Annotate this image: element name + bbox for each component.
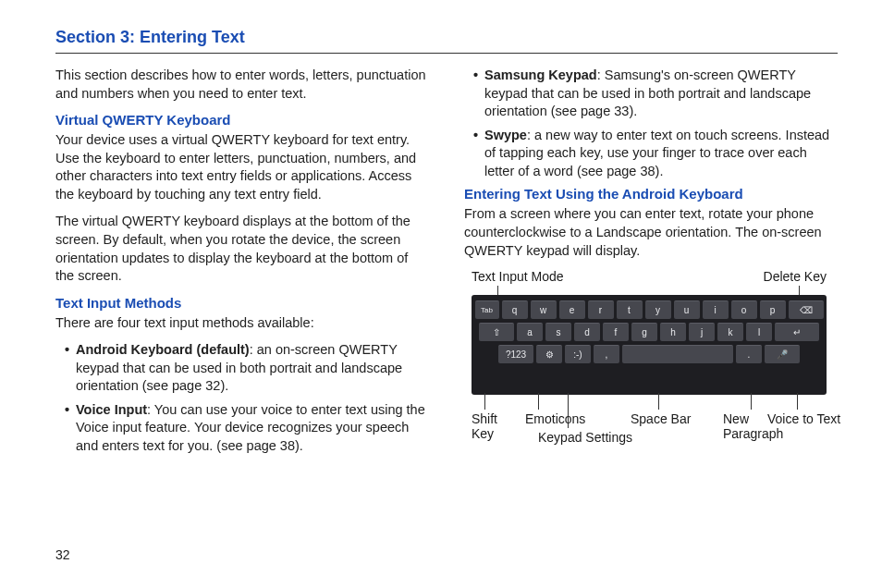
label-keypad-settings: Keypad Settings — [538, 430, 632, 445]
callout-line — [538, 393, 539, 410]
key-k: k — [717, 323, 743, 341]
key-r: r — [588, 300, 614, 319]
key-backspace: ⌫ — [789, 300, 824, 319]
intro-text: This section describes how to enter word… — [55, 67, 429, 103]
key-i: i — [703, 300, 729, 319]
keyboard-diagram: Text Input Mode Delete Key Tab q w e r t… — [464, 269, 834, 454]
bullet-text: : a new way to enter text on touch scree… — [484, 128, 829, 178]
key-settings: ⚙ — [536, 345, 562, 363]
key-period: . — [736, 345, 762, 363]
callout-line — [484, 393, 485, 410]
key-g: g — [631, 323, 657, 341]
callout-line — [658, 393, 659, 410]
heading-android-keyboard: Entering Text Using the Android Keyboard — [464, 186, 838, 202]
key-j: j — [689, 323, 715, 341]
paragraph: From a screen where you can enter text, … — [464, 205, 838, 260]
key-space — [622, 345, 733, 363]
bullet-label: Voice Input — [76, 402, 147, 417]
title-divider — [55, 53, 838, 54]
keyboard-row: Tab q w e r t y u i o p ⌫ — [477, 300, 821, 319]
bullet-label: Swype — [484, 128, 527, 142]
key-enter: ↵ — [775, 323, 819, 341]
key-q: q — [502, 300, 528, 319]
keyboard-image: Tab q w e r t y u i o p ⌫ ⇧ a s — [472, 295, 827, 395]
content-columns: This section describes how to enter word… — [55, 67, 838, 461]
label-shift-key-2: Key — [472, 426, 494, 441]
callout-line — [751, 393, 752, 410]
bullet-samsung-keypad: Samsung Keypad: Samsung's on-screen QWER… — [464, 67, 838, 121]
label-space-bar: Space Bar — [631, 411, 691, 426]
key-tab: Tab — [475, 300, 499, 319]
label-emoticons: Emoticons — [525, 411, 585, 426]
key-shift: ⇧ — [479, 323, 514, 341]
paragraph: Your device uses a virtual QWERTY keyboa… — [55, 131, 429, 203]
key-d: d — [574, 323, 600, 341]
heading-text-input-methods: Text Input Methods — [55, 295, 429, 311]
keyboard-row: ⇧ a s d f g h j k l ↵ — [477, 323, 821, 341]
label-text-input-mode: Text Input Mode — [472, 269, 564, 284]
heading-virtual-qwerty: Virtual QWERTY Keyboard — [55, 112, 429, 128]
key-h: h — [660, 323, 686, 341]
bullet-android-keyboard: Android Keyboard (default): an on-screen… — [55, 341, 429, 396]
key-voice: 🎤 — [765, 345, 800, 363]
key-o: o — [731, 300, 757, 319]
section-title: Section 3: Entering Text — [55, 28, 838, 47]
label-new-paragraph: New — [723, 411, 749, 426]
callout-line — [797, 393, 798, 410]
label-new-paragraph-2: Paragraph — [723, 426, 783, 441]
paragraph: The virtual QWERTY keyboard displays at … — [55, 213, 429, 285]
right-column: Samsung Keypad: Samsung's on-screen QWER… — [464, 67, 838, 461]
key-p: p — [760, 300, 786, 319]
key-t: t — [617, 300, 643, 319]
key-f: f — [603, 323, 629, 341]
keyboard-row: ?123 ⚙ :-) , . 🎤 — [477, 345, 821, 363]
label-shift-key: Shift — [472, 411, 497, 426]
key-e: e — [559, 300, 585, 319]
key-y: y — [645, 300, 671, 319]
key-mode: ?123 — [498, 345, 533, 363]
page-number: 32 — [55, 547, 70, 562]
label-voice-to-text: Voice to Text — [767, 411, 840, 426]
key-comma: , — [594, 345, 619, 363]
key-w: w — [531, 300, 557, 319]
bullet-label: Samsung Keypad — [484, 67, 597, 82]
left-column: This section describes how to enter word… — [55, 67, 429, 461]
key-s: s — [545, 323, 571, 341]
paragraph: There are four text input methods availa… — [55, 314, 429, 333]
label-delete-key: Delete Key — [764, 269, 827, 284]
key-u: u — [674, 300, 700, 319]
key-l: l — [746, 323, 772, 341]
bullet-swype: Swype: a new way to enter text on touch … — [464, 127, 838, 181]
key-a: a — [517, 323, 543, 341]
bullet-label: Android Keyboard (default) — [76, 342, 250, 357]
bullet-voice-input: Voice Input: You can use your voice to e… — [55, 401, 429, 456]
key-emoticon: :-) — [565, 345, 591, 363]
